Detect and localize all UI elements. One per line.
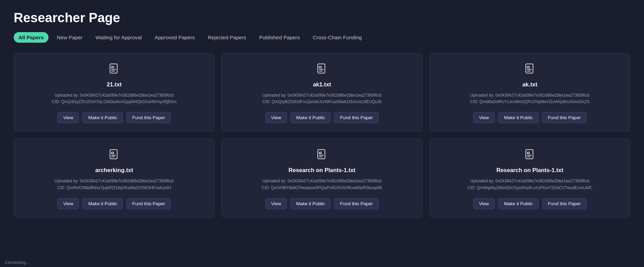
make-it-public-button[interactable]: Make it Public bbox=[498, 198, 539, 209]
card-title: Research on Plants-1.txt bbox=[289, 167, 356, 174]
view-button[interactable]: View bbox=[265, 112, 287, 123]
card-meta: Uploaded by: 0x0439427c42a099e7e362d86e2… bbox=[262, 178, 382, 191]
document-icon bbox=[108, 63, 120, 78]
card-actions: ViewMake it PublicFund this Paper bbox=[265, 198, 379, 209]
svg-rect-17 bbox=[319, 152, 321, 154]
view-button[interactable]: View bbox=[473, 112, 495, 123]
fund-this-paper-button[interactable]: Fund this Paper bbox=[334, 112, 379, 123]
tab-all-papers[interactable]: All Papers bbox=[14, 32, 49, 43]
tab-bar: All PapersNew PaperWaiting for ApprovalA… bbox=[14, 32, 630, 43]
svg-rect-5 bbox=[319, 67, 321, 68]
paper-card-1: 21.txtUploaded by: 0x0439427c42a099e7e36… bbox=[14, 53, 215, 132]
tab-new-paper[interactable]: New Paper bbox=[52, 32, 87, 43]
svg-rect-21 bbox=[527, 152, 529, 154]
fund-this-paper-button[interactable]: Fund this Paper bbox=[542, 198, 587, 209]
card-title: ak.txt bbox=[522, 81, 537, 88]
fund-this-paper-button[interactable]: Fund this Paper bbox=[126, 198, 171, 209]
view-button[interactable]: View bbox=[265, 198, 287, 209]
card-actions: ViewMake it PublicFund this Paper bbox=[265, 112, 379, 123]
tab-cross-chain[interactable]: Cross-Chain Funding bbox=[308, 32, 367, 43]
document-icon bbox=[316, 63, 328, 78]
card-meta: Uploaded by: 0x0439427c42a099e7e362d86e2… bbox=[55, 178, 174, 191]
make-it-public-button[interactable]: Make it Public bbox=[82, 198, 123, 209]
svg-rect-4 bbox=[318, 64, 325, 73]
svg-rect-12 bbox=[110, 150, 117, 159]
card-title: ak1.txt bbox=[313, 81, 331, 88]
card-meta: Uploaded by: 0x0439427c42a099e7e362d86e2… bbox=[52, 92, 177, 105]
svg-rect-1 bbox=[112, 67, 114, 68]
card-actions: ViewMake it PublicFund this Paper bbox=[57, 198, 171, 209]
view-button[interactable]: View bbox=[57, 198, 79, 209]
document-icon bbox=[316, 149, 328, 164]
document-icon bbox=[524, 149, 536, 164]
make-it-public-button[interactable]: Make it Public bbox=[498, 112, 539, 123]
paper-card-4: archerking.txtUploaded by: 0x0439427c42a… bbox=[14, 139, 215, 217]
tab-approved-papers[interactable]: Approved Papers bbox=[150, 32, 200, 43]
view-button[interactable]: View bbox=[57, 112, 79, 123]
tab-published-papers[interactable]: Published Papers bbox=[254, 32, 304, 43]
card-title: archerking.txt bbox=[95, 167, 133, 174]
card-meta: Uploaded by: 0x0439427c42a099e7e362d86e2… bbox=[262, 92, 382, 105]
make-it-public-button[interactable]: Make it Public bbox=[290, 198, 331, 209]
fund-this-paper-button[interactable]: Fund this Paper bbox=[334, 198, 379, 209]
svg-rect-9 bbox=[527, 67, 529, 68]
svg-rect-13 bbox=[112, 152, 114, 154]
paper-card-3: ak.txtUploaded by: 0x0439427c42a099e7e36… bbox=[429, 53, 630, 132]
card-meta: Uploaded by: 0x0439427c42a099e7e362d86e2… bbox=[470, 92, 590, 105]
card-actions: ViewMake it PublicFund this Paper bbox=[473, 198, 587, 209]
svg-rect-0 bbox=[110, 64, 117, 73]
fund-this-paper-button[interactable]: Fund this Paper bbox=[126, 112, 171, 123]
make-it-public-button[interactable]: Make it Public bbox=[82, 112, 123, 123]
make-it-public-button[interactable]: Make it Public bbox=[290, 112, 331, 123]
tab-waiting-approval[interactable]: Waiting for Approval bbox=[91, 32, 146, 43]
cards-grid: 21.txtUploaded by: 0x0439427c42a099e7e36… bbox=[14, 53, 630, 218]
card-title: Research on Plants-1.txt bbox=[496, 167, 563, 174]
view-button[interactable]: View bbox=[473, 198, 495, 209]
fund-this-paper-button[interactable]: Fund this Paper bbox=[542, 112, 587, 123]
svg-rect-16 bbox=[318, 150, 325, 159]
tab-rejected-papers[interactable]: Rejected Papers bbox=[203, 32, 251, 43]
status-bar: Connecting... bbox=[0, 258, 34, 267]
svg-rect-20 bbox=[526, 150, 533, 159]
paper-card-5: Research on Plants-1.txtUploaded by: 0x0… bbox=[221, 139, 422, 217]
document-icon bbox=[108, 149, 120, 164]
page-title: Researcher Page bbox=[14, 10, 630, 25]
paper-card-6: Research on Plants-1.txtUploaded by: 0x0… bbox=[429, 139, 630, 217]
card-title: 21.txt bbox=[107, 81, 122, 88]
document-icon bbox=[524, 63, 536, 78]
paper-card-2: ak1.txtUploaded by: 0x0439427c42a099e7e3… bbox=[221, 53, 422, 132]
svg-rect-8 bbox=[526, 64, 533, 73]
card-actions: ViewMake it PublicFund this Paper bbox=[473, 112, 587, 123]
card-actions: ViewMake it PublicFund this Paper bbox=[57, 112, 171, 123]
card-meta: Uploaded by: 0x0439427c42a099e7e362d86e2… bbox=[467, 178, 592, 191]
